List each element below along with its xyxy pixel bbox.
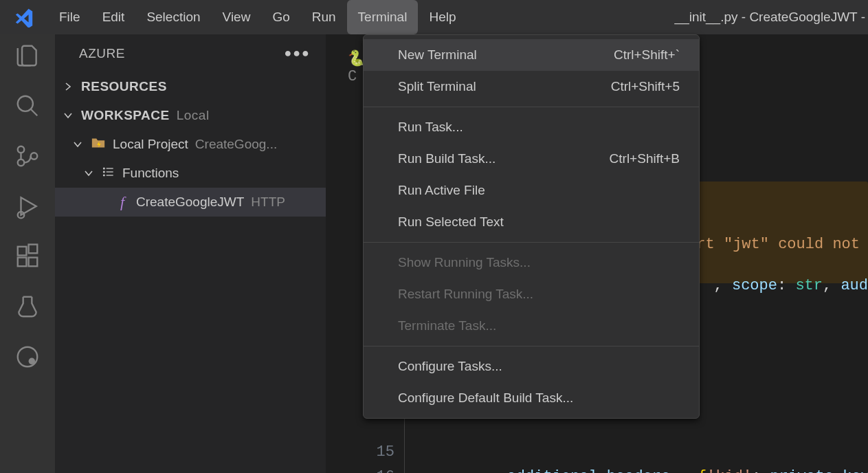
tree-functions[interactable]: Functions: [55, 159, 326, 188]
svg-point-4: [31, 153, 38, 160]
menu-restart-running-task: Restart Running Task...: [364, 278, 699, 310]
function-trigger: HTTP: [251, 195, 285, 210]
menu-view[interactable]: View: [212, 0, 262, 34]
menu-separator: [364, 107, 699, 107]
local-project-tag: CreateGoog...: [195, 137, 277, 152]
menu-run-build-task[interactable]: Run Build Task... Ctrl+Shift+B: [364, 143, 699, 175]
workspace-tag: Local: [177, 108, 210, 123]
menu-separator: [364, 346, 699, 346]
more-actions-icon[interactable]: ●●●: [284, 46, 311, 60]
line-number: 15: [326, 440, 394, 465]
svg-point-19: [104, 175, 105, 176]
line-number: 16: [326, 465, 394, 473]
sidebar-title: AZURE: [79, 46, 125, 61]
azure-icon[interactable]: [14, 344, 41, 373]
menu-run[interactable]: Run: [301, 0, 347, 34]
titlebar: File Edit Selection View Go Run Terminal…: [0, 0, 868, 34]
list-icon: [102, 165, 115, 182]
code-line-16: signed_jwt = encode(payload, private_key…: [434, 465, 868, 473]
chevron-right-icon: [62, 81, 74, 92]
explorer-icon[interactable]: [14, 43, 41, 72]
svg-point-0: [18, 96, 33, 111]
local-project-label: Local Project: [113, 137, 188, 152]
menu-run-task[interactable]: Run Task...: [364, 111, 699, 143]
menu-configure-tasks[interactable]: Configure Tasks...: [364, 351, 699, 382]
functions-label: Functions: [122, 166, 179, 181]
menu-selection[interactable]: Selection: [135, 0, 211, 34]
chevron-down-icon: [62, 110, 74, 121]
svg-point-2: [18, 146, 25, 153]
menu-label: Restart Running Task...: [398, 287, 533, 302]
tree-func-item[interactable]: f CreateGoogleJWT HTTP: [55, 188, 326, 217]
keyboard-shortcut: Ctrl+Shift+5: [611, 79, 680, 94]
menu-separator: [364, 242, 699, 243]
tree-local-project[interactable]: Local Project CreateGoog...: [55, 130, 326, 159]
svg-point-12: [18, 347, 38, 367]
keyboard-shortcut: Ctrl+Shift+B: [610, 151, 680, 166]
keyboard-shortcut: Ctrl+Shift+`: [614, 47, 680, 63]
vscode-logo-icon: [0, 7, 48, 28]
menu-terminate-task: Terminate Task...: [364, 310, 699, 342]
menu-run-active-file[interactable]: Run Active File: [364, 175, 699, 206]
menu-label: Run Task...: [398, 120, 463, 135]
menu-label: Split Terminal: [398, 79, 476, 94]
menu-file[interactable]: File: [48, 0, 91, 34]
sidebar: AZURE ●●● RESOURCES WORKSPACE Local Loca…: [55, 34, 326, 473]
tree-workspace[interactable]: WORKSPACE Local: [55, 101, 326, 130]
svg-rect-9: [29, 258, 38, 267]
menu-label: Configure Tasks...: [398, 359, 502, 374]
menu-go[interactable]: Go: [261, 0, 300, 34]
menu-run-selected-text[interactable]: Run Selected Text: [364, 206, 699, 238]
menu-label: New Terminal: [398, 47, 477, 63]
source-control-icon[interactable]: [14, 143, 41, 173]
search-icon[interactable]: [14, 93, 41, 122]
menu-label: Run Active File: [398, 183, 485, 198]
menu-split-terminal[interactable]: Split Terminal Ctrl+Shift+5: [364, 71, 699, 102]
svg-rect-7: [18, 247, 27, 256]
function-name: CreateGoogleJWT: [136, 195, 244, 210]
menubar: File Edit Selection View Go Run Terminal…: [48, 0, 467, 34]
chevron-down-icon: [82, 168, 95, 179]
menu-label: Configure Default Build Task...: [398, 390, 573, 406]
menu-edit[interactable]: Edit: [91, 0, 136, 34]
menu-label: Terminate Task...: [398, 318, 496, 333]
menu-label: Run Selected Text: [398, 214, 504, 230]
menu-configure-default-build-task[interactable]: Configure Default Build Task...: [364, 382, 699, 414]
menu-show-running-tasks: Show Running Tasks...: [364, 247, 699, 278]
tree-resources[interactable]: RESOURCES: [55, 72, 326, 101]
folder-lightning-icon: [91, 135, 106, 154]
extensions-icon[interactable]: [14, 243, 41, 273]
window-title: __init__.py - CreateGoogleJWT -: [675, 10, 868, 25]
menu-help[interactable]: Help: [418, 0, 467, 34]
menu-new-terminal[interactable]: New Terminal Ctrl+Shift+`: [364, 39, 699, 71]
svg-point-17: [104, 168, 105, 169]
svg-point-18: [104, 171, 105, 173]
resources-label: RESOURCES: [81, 79, 167, 94]
run-debug-icon[interactable]: [14, 193, 41, 223]
menu-terminal[interactable]: Terminal: [347, 0, 419, 34]
workspace-label: WORKSPACE: [81, 108, 170, 123]
menu-label: Run Build Task...: [398, 151, 496, 166]
function-icon: f: [115, 193, 129, 211]
svg-rect-8: [18, 258, 27, 267]
svg-line-1: [31, 109, 38, 116]
svg-rect-10: [29, 245, 38, 254]
svg-point-3: [18, 160, 25, 166]
menu-label: Show Running Tasks...: [398, 255, 531, 270]
chevron-down-icon: [71, 139, 84, 150]
svg-point-13: [29, 358, 36, 365]
terminal-dropdown: New Terminal Ctrl+Shift+` Split Terminal…: [363, 34, 700, 419]
activity-bar: [0, 34, 55, 473]
testing-icon[interactable]: [14, 294, 41, 323]
